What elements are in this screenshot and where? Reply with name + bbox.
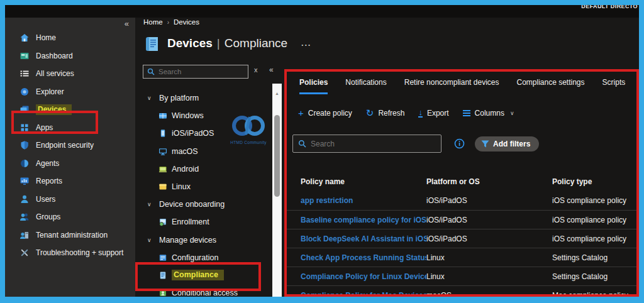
- tree-item-enrollment[interactable]: Enrollment: [135, 213, 274, 231]
- htmd-watermark: HTMD Community: [225, 113, 272, 145]
- sidebar-item-tenant-administration[interactable]: Tenant administration: [5, 226, 135, 245]
- tree-search-input[interactable]: [158, 68, 244, 75]
- all-services-icon: [19, 69, 30, 79]
- tree-group-device-onboarding[interactable]: ∨ Device onboarding: [135, 196, 274, 213]
- chevron-down-icon: ∨: [147, 237, 155, 243]
- users-icon: [19, 194, 30, 204]
- columns-icon: [463, 110, 470, 116]
- sidebar-item-troubleshooting[interactable]: Troubleshooting + support: [5, 244, 135, 262]
- search-icon: [147, 68, 155, 75]
- sidebar-item-label: Home: [36, 33, 56, 42]
- sidebar-item-label: Reports: [36, 177, 62, 185]
- sidebar-item-home[interactable]: Home: [5, 29, 135, 47]
- tree-item-compliance[interactable]: Compliance: [135, 267, 274, 284]
- devices-icon: [19, 104, 30, 115]
- tree-item-conditional-access[interactable]: Conditional access: [135, 284, 274, 297]
- tree-search-clear-icon[interactable]: x: [254, 66, 258, 74]
- app-window: { "window": { "tenant_label": "DEFAULT D…: [0, 0, 644, 303]
- sidebar-item-users[interactable]: Users: [5, 190, 135, 209]
- table-row[interactable]: Block DeepSeek AI Assistant in iOS iOS/i…: [287, 229, 636, 248]
- sidebar-item-groups[interactable]: Groups: [5, 208, 135, 226]
- explorer-icon: [19, 86, 30, 97]
- tree-item-configuration[interactable]: Configuration: [135, 249, 274, 267]
- more-options-icon[interactable]: ···: [301, 40, 311, 50]
- tree-scrollbar[interactable]: ▲: [272, 84, 282, 297]
- column-platform-or-os[interactable]: Platform or OS: [426, 177, 552, 186]
- portal-screen: DEFAULT DIRECTO « Home Dashboard All ser…: [5, 5, 639, 297]
- sidebar-item-reports[interactable]: Reports: [5, 172, 135, 190]
- column-policy-name[interactable]: Policy name: [301, 177, 426, 186]
- configuration-icon: [158, 253, 167, 262]
- table-header: Policy name Platform or OS Policy type: [301, 177, 631, 186]
- windows-icon: [158, 111, 167, 120]
- main-panel: Policies Notifications Retire noncomplia…: [284, 69, 639, 297]
- policy-search-input[interactable]: [311, 140, 436, 148]
- watermark-label: HTMD Community: [225, 140, 272, 145]
- linux-icon: [158, 182, 167, 191]
- groups-icon: [19, 212, 30, 223]
- compliance-icon: [158, 271, 167, 280]
- refresh-icon: ↻: [366, 108, 374, 118]
- apps-icon: [19, 122, 30, 133]
- sidebar-collapse-icon[interactable]: «: [125, 19, 129, 28]
- tree-search-box: [143, 65, 248, 79]
- sidebar-item-endpoint-security[interactable]: Endpoint security: [5, 136, 135, 155]
- plus-icon: +: [298, 108, 304, 118]
- tab-compliance-settings[interactable]: Compliance settings: [516, 78, 584, 94]
- table-row[interactable]: Compliance Policy for Mac Devices macOS …: [287, 285, 636, 294]
- table-row[interactable]: app restriction iOS/iPadOS iOS complianc…: [287, 191, 636, 210]
- tab-scripts[interactable]: Scripts: [602, 78, 626, 94]
- agents-icon: [19, 158, 30, 168]
- tenant-administration-icon: [19, 229, 30, 240]
- sidebar-item-agents[interactable]: Agents: [5, 155, 135, 173]
- breadcrumb-separator: ›: [167, 19, 169, 26]
- tree-group-by-platform[interactable]: ∨ By platform: [135, 89, 274, 107]
- top-bar: DEFAULT DIRECTO: [5, 5, 639, 18]
- filter-icon: [481, 140, 489, 148]
- tree-collapse-icon[interactable]: «: [269, 65, 274, 74]
- table-row[interactable]: Compliance Policy for Linux Devices Linu…: [287, 267, 636, 285]
- sidebar-item-label: Troubleshooting + support: [36, 248, 123, 257]
- column-policy-type[interactable]: Policy type: [552, 177, 631, 186]
- breadcrumb-home[interactable]: Home: [143, 18, 163, 26]
- macos-icon: [158, 147, 167, 156]
- chevron-down-icon: ∨: [510, 110, 514, 116]
- sidebar-item-label: Users: [36, 195, 55, 204]
- scrollbar-thumb[interactable]: [274, 115, 280, 197]
- tree-item-linux[interactable]: Linux: [135, 178, 274, 196]
- enrollment-icon: [158, 218, 167, 226]
- tab-notifications[interactable]: Notifications: [345, 78, 386, 94]
- sidebar-item-all-services[interactable]: All services: [5, 65, 135, 83]
- table-row[interactable]: Check App Process Running Status Linux S…: [287, 248, 636, 267]
- tab-bar: Policies Notifications Retire noncomplia…: [299, 78, 625, 94]
- tab-policies[interactable]: Policies: [299, 78, 328, 94]
- info-icon[interactable]: [454, 138, 465, 149]
- tree-item-macos[interactable]: macOS: [135, 143, 274, 160]
- reports-icon: [19, 176, 30, 187]
- columns-button[interactable]: Columns ∨: [463, 109, 514, 118]
- dashboard-icon: [19, 50, 30, 61]
- chevron-down-icon: ∨: [147, 95, 155, 101]
- create-policy-button[interactable]: + Create policy: [298, 108, 352, 118]
- sidebar-item-apps[interactable]: Apps: [5, 119, 135, 137]
- tree-item-android[interactable]: Android: [135, 160, 274, 178]
- sidebar-nav: Home Dashboard All services Explorer Dev…: [5, 29, 135, 262]
- search-icon: [298, 140, 306, 148]
- scrollbar-up-icon[interactable]: ▲: [272, 91, 282, 96]
- htmd-logo-icon: [228, 113, 269, 140]
- tab-retire-noncompliant-devices[interactable]: Retire noncompliant devices: [404, 78, 499, 94]
- sidebar-item-label: Apps: [36, 123, 53, 132]
- export-button[interactable]: ↓ Export: [418, 108, 448, 118]
- table-row[interactable]: Baseline compliance policy for iOS/ iOS/…: [287, 210, 636, 229]
- sidebar-item-dashboard[interactable]: Dashboard: [5, 47, 135, 65]
- sidebar-item-devices[interactable]: Devices: [5, 101, 135, 119]
- sidebar-item-explorer[interactable]: Explorer: [5, 83, 135, 101]
- troubleshooting-icon: [19, 248, 30, 258]
- refresh-button[interactable]: ↻ Refresh: [366, 108, 405, 118]
- add-filters-button[interactable]: Add filters: [475, 136, 539, 152]
- policy-search-box: [292, 135, 441, 153]
- command-bar: + Create policy ↻ Refresh ↓ Export Colum…: [298, 108, 514, 118]
- sidebar-item-label: Endpoint security: [36, 141, 94, 150]
- tree-group-manage-devices[interactable]: ∨ Manage devices: [135, 231, 274, 249]
- breadcrumb-current[interactable]: Devices: [174, 18, 199, 26]
